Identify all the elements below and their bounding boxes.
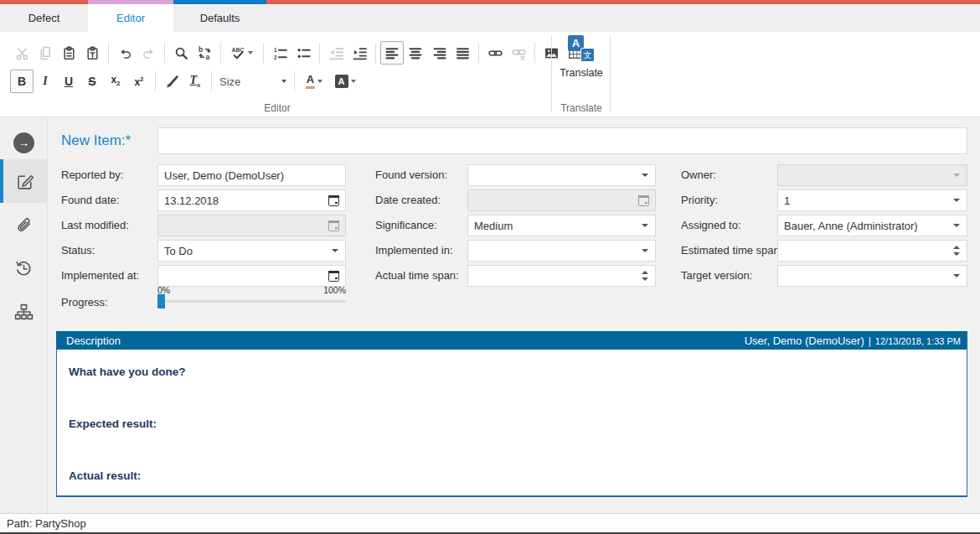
spinner-arrows-icon[interactable] [953, 246, 960, 256]
reported-by-field[interactable] [157, 164, 346, 186]
spell-check-button[interactable]: ABC [225, 41, 259, 65]
justify-button[interactable] [451, 41, 474, 65]
copy-formatting-button[interactable] [160, 70, 183, 93]
found-date-field[interactable] [157, 189, 346, 211]
font-size-caret-icon [281, 80, 286, 83]
text-color-button[interactable]: A [299, 70, 329, 93]
align-center-button[interactable] [404, 41, 427, 65]
sidebar-item-history[interactable] [0, 246, 48, 290]
chevron-down-icon[interactable] [332, 249, 338, 252]
chevron-down-icon[interactable] [953, 224, 960, 227]
found-version-label: Found version: [375, 168, 447, 181]
target-version-dropdown[interactable] [777, 265, 967, 287]
find-button[interactable] [169, 41, 193, 65]
chevron-down-icon[interactable] [953, 274, 960, 277]
actual-time-span-input[interactable] [468, 270, 642, 283]
actual-time-span-spinner[interactable] [467, 265, 656, 287]
sidebar-item-navigate[interactable]: → [0, 121, 48, 164]
implemented-at-field[interactable] [157, 265, 346, 287]
description-line: What have you done? [69, 366, 955, 378]
align-left-button[interactable] [380, 41, 404, 65]
found-date-input[interactable] [158, 194, 328, 207]
copy-button[interactable] [34, 41, 57, 65]
actual-time-span-label: Actual time span: [375, 269, 459, 282]
estimated-time-span-spinner[interactable] [777, 240, 967, 262]
translate-button[interactable]: A 文 Translate [556, 35, 606, 84]
chevron-down-icon[interactable] [642, 224, 648, 227]
priority-dropdown[interactable]: 1 [777, 189, 967, 211]
tab-defaults[interactable]: Defaults [173, 4, 266, 32]
path-text: Path: PartyShop [7, 517, 86, 530]
implemented-in-dropdown[interactable] [467, 240, 656, 262]
separator [108, 43, 109, 63]
calendar-icon[interactable] [328, 195, 339, 206]
found-version-dropdown[interactable] [467, 164, 656, 186]
sidebar-item-attachments[interactable] [0, 203, 48, 246]
new-item-input[interactable] [157, 127, 967, 154]
chevron-down-icon[interactable] [642, 249, 648, 252]
assigned-to-value: Bauer, Anne (Administrator) [778, 220, 953, 232]
date-created-input [468, 194, 638, 207]
strikethrough-icon: S [88, 75, 95, 87]
description-editor-body[interactable]: What have you done? Expected result: Act… [56, 350, 967, 497]
spinner-arrows-icon[interactable] [642, 271, 648, 281]
significance-value: Medium [468, 220, 642, 232]
editor-form: New Item:* Reported by: Found date: Last… [48, 117, 980, 513]
progress-slider[interactable] [157, 300, 346, 303]
separator [478, 43, 479, 63]
decrease-indent-button[interactable] [324, 41, 348, 65]
redo-icon [142, 46, 156, 60]
redo-button[interactable] [137, 41, 160, 65]
paste-button[interactable] [57, 41, 80, 65]
paste-as-text-button[interactable] [80, 41, 104, 65]
italic-icon: I [43, 75, 47, 87]
significance-dropdown[interactable]: Medium [467, 215, 656, 236]
increase-indent-button[interactable] [348, 41, 371, 65]
remove-format-icon: Tx [189, 75, 200, 89]
calendar-icon[interactable] [328, 271, 339, 282]
progress-max-label: 100% [157, 285, 346, 295]
bulleted-list-button[interactable] [291, 41, 315, 65]
format-painter-icon [165, 75, 179, 89]
estimated-time-span-input[interactable] [778, 245, 953, 257]
status-dropdown[interactable]: To Do [157, 240, 346, 262]
chevron-down-icon[interactable] [953, 199, 960, 202]
align-right-button[interactable] [427, 41, 451, 65]
insert-link-button[interactable] [483, 41, 507, 65]
subscript-button[interactable]: x2 [104, 70, 127, 93]
font-size-dropdown[interactable]: Size [216, 71, 290, 91]
link-icon [488, 46, 503, 60]
implemented-at-input[interactable] [158, 270, 328, 283]
progress-slider-thumb[interactable] [157, 294, 165, 308]
underline-button[interactable]: U [57, 70, 80, 93]
paste-icon [62, 46, 76, 60]
assigned-to-dropdown[interactable]: Bauer, Anne (Administrator) [777, 215, 967, 236]
copy-icon [39, 46, 53, 60]
tab-editor[interactable]: Editor [88, 4, 173, 32]
italic-button[interactable]: I [34, 70, 57, 93]
significance-label: Significance: [375, 219, 437, 231]
bold-button[interactable]: B [10, 70, 34, 93]
replace-button[interactable]: ba [193, 41, 216, 65]
priority-value: 1 [778, 194, 953, 207]
background-color-button[interactable]: A [329, 70, 361, 93]
chevron-down-icon[interactable] [642, 174, 648, 177]
justify-icon [456, 46, 470, 60]
undo-icon [118, 46, 132, 60]
sidebar-item-edit[interactable] [0, 159, 48, 203]
sidebar-item-hierarchy[interactable] [0, 290, 48, 334]
tab-defect[interactable]: Defect [0, 4, 88, 32]
numbered-list-button[interactable]: 12 [268, 41, 291, 65]
remove-format-button[interactable]: Tx [183, 70, 207, 93]
undo-button[interactable] [113, 41, 137, 65]
arrow-right-circle-icon: → [13, 132, 34, 153]
superscript-button[interactable]: x2 [127, 70, 151, 93]
numbered-list-icon: 12 [273, 46, 287, 60]
remove-link-button[interactable] [507, 41, 530, 65]
background-color-caret-icon [351, 80, 356, 83]
reported-by-input[interactable] [158, 169, 345, 182]
paperclip-icon [14, 215, 34, 235]
cut-button[interactable] [10, 41, 34, 65]
new-item-label: New Item:* [61, 132, 131, 149]
strikethrough-button[interactable]: S [80, 70, 104, 93]
